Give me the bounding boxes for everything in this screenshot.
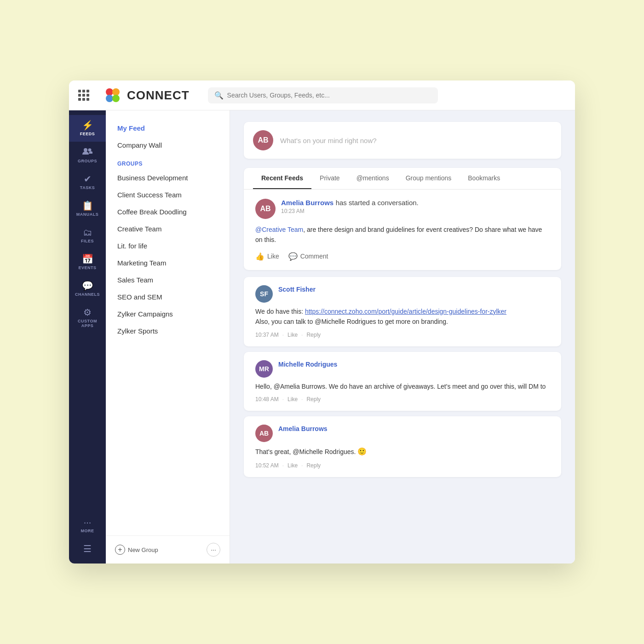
events-label: EVENTS <box>78 265 96 270</box>
tab-group-mentions[interactable]: Group mentions <box>397 168 460 189</box>
tasks-icon: ✔ <box>84 174 92 184</box>
post-card: AB Amelia Burrows has started a conversa… <box>244 190 561 270</box>
group-seo-and-sem[interactable]: SEO and SEM <box>106 288 230 305</box>
post-author[interactable]: Amelia Burrows <box>281 199 334 207</box>
search-input[interactable] <box>227 92 431 99</box>
post-input-area: AB What's on your mind right now? <box>244 122 561 159</box>
scott-time: 10:37 AM <box>255 332 279 338</box>
tab-mentions[interactable]: @mentions <box>348 168 397 189</box>
scott-like[interactable]: Like <box>288 332 298 338</box>
groups-label: GROUPS <box>78 159 97 163</box>
sidebar-item-tasks[interactable]: ✔ TASKS <box>69 169 106 196</box>
comment-icon: 💬 <box>288 252 298 261</box>
sidebar-item-custom-apps[interactable]: ⚙ CUSTOM APPS <box>69 302 106 334</box>
feeds-panel-footer: + New Group ··· <box>106 535 230 564</box>
more-label: MORE <box>81 529 94 533</box>
current-user-avatar: AB <box>253 130 273 150</box>
comment-scott: SF Scott Fisher We do have this: https:/… <box>244 277 561 346</box>
logo-icon <box>103 86 122 105</box>
tab-private[interactable]: Private <box>311 168 348 189</box>
like-button[interactable]: 👍 Like <box>255 252 279 261</box>
group-creative-team[interactable]: Creative Team <box>106 220 230 237</box>
post-mention[interactable]: @Creative Team <box>255 226 303 233</box>
panel-more-button[interactable]: ··· <box>207 543 220 557</box>
header: CONNECT 🔍 <box>69 80 575 110</box>
michelle-body: Hello, @Amelia Burrows. We do have an ar… <box>255 381 550 391</box>
sidebar-item-channels[interactable]: 💬 CHANNELS <box>69 276 106 302</box>
scott-author[interactable]: Scott Fisher <box>278 286 316 293</box>
tasks-label: TASKS <box>80 185 95 190</box>
sidebar-item-manuals[interactable]: 📋 MANUALS <box>69 196 106 222</box>
sidebar-item-feeds[interactable]: ⚡ FEEDS <box>69 115 106 142</box>
svg-point-2 <box>106 95 113 102</box>
like-icon: 👍 <box>255 252 264 261</box>
tabs-area: Recent Feeds Private @mentions Group men… <box>244 168 561 190</box>
amelia-author[interactable]: Amelia Burrows <box>278 425 328 432</box>
groups-icon <box>82 147 92 157</box>
logo-text: CONNECT <box>127 88 190 103</box>
sidebar-item-files[interactable]: 🗂 FILES <box>69 222 106 249</box>
amelia-mention[interactable]: @Michelle Rodrigues <box>293 448 354 455</box>
group-zylker-sports[interactable]: Zylker Sports <box>106 322 230 339</box>
my-feed-item[interactable]: My Feed <box>106 120 230 137</box>
tab-bookmarks[interactable]: Bookmarks <box>460 168 508 189</box>
group-lit-for-life[interactable]: Lit. for life <box>106 237 230 254</box>
comment-label: Comment <box>300 253 328 260</box>
post-body: @Creative Team, are there design and bra… <box>255 224 550 245</box>
scott-footer: 10:37 AM · Like · Reply <box>255 332 550 338</box>
post-meta: Amelia Burrows has started a conversatio… <box>281 199 550 214</box>
amelia-like[interactable]: Like <box>288 462 298 469</box>
files-icon: 🗂 <box>83 228 92 237</box>
comment-scott-header: SF Scott Fisher <box>255 285 550 303</box>
group-client-success-team[interactable]: Client Success Team <box>106 186 230 203</box>
amelia-footer: 10:52 AM · Like · Reply <box>255 462 550 469</box>
new-group-button[interactable]: + New Group <box>115 545 158 555</box>
post-author-avatar: AB <box>255 199 276 219</box>
new-group-label: New Group <box>128 546 158 553</box>
sidebar-item-more[interactable]: ··· MORE <box>69 512 106 539</box>
main-content: AB What's on your mind right now? Recent… <box>230 110 575 564</box>
grid-icon[interactable] <box>78 90 89 101</box>
svg-point-4 <box>84 148 87 152</box>
michelle-reply[interactable]: Reply <box>306 396 321 402</box>
search-icon: 🔍 <box>214 91 224 100</box>
group-marketing-team[interactable]: Marketing Team <box>106 254 230 271</box>
group-coffee-break-doodling[interactable]: Coffee Break Doodling <box>106 203 230 220</box>
company-wall-item[interactable]: Company Wall <box>106 137 230 154</box>
sidebar-item-groups[interactable]: GROUPS <box>69 142 106 169</box>
michelle-mention[interactable]: @Amelia Burrows <box>274 383 325 390</box>
group-sales-team[interactable]: Sales Team <box>106 271 230 288</box>
scott-reply[interactable]: Reply <box>306 332 321 338</box>
comment-michelle-meta: Michelle Rodrigues <box>278 360 550 378</box>
scott-link[interactable]: https://connect.zoho.com/port/guide/arti… <box>305 308 506 315</box>
comment-michelle: MR Michelle Rodrigues Hello, @Amelia Bur… <box>244 352 561 411</box>
svg-point-5 <box>88 149 92 152</box>
manuals-label: MANUALS <box>76 212 99 217</box>
svg-point-1 <box>112 88 120 96</box>
custom-apps-icon: ⚙ <box>83 308 92 317</box>
post-action: has started a conversation. <box>336 199 419 207</box>
sidebar-item-events[interactable]: 📅 EVENTS <box>69 249 106 276</box>
comment-button[interactable]: 💬 Comment <box>288 252 328 261</box>
group-zylker-campaigns[interactable]: Zylker Campaigns <box>106 305 230 322</box>
search-area[interactable]: 🔍 <box>208 87 438 104</box>
michelle-author[interactable]: Michelle Rodrigues <box>278 361 337 368</box>
logo-area: CONNECT <box>103 86 190 105</box>
amelia-reply[interactable]: Reply <box>306 462 321 469</box>
amelia-body: That's great, @Michelle Rodrigues. 🙂 <box>255 446 550 458</box>
scott-avatar: SF <box>255 285 273 303</box>
tab-recent-feeds[interactable]: Recent Feeds <box>253 168 311 189</box>
channels-icon: 💬 <box>82 281 93 290</box>
files-label: FILES <box>81 239 94 243</box>
post-placeholder[interactable]: What's on your mind right now? <box>280 137 377 144</box>
more-icon: ··· <box>84 518 92 527</box>
scott-body: We do have this: https://connect.zoho.co… <box>255 306 550 327</box>
comment-amelia-meta: Amelia Burrows <box>278 425 550 442</box>
sidebar-item-hamburger[interactable]: ☰ <box>69 539 106 559</box>
feeds-panel-content: My Feed Company Wall GROUPS Business Dev… <box>106 110 230 535</box>
scott-mention[interactable]: @Michelle Rodrigues <box>315 318 376 325</box>
michelle-like[interactable]: Like <box>288 396 298 402</box>
group-business-development[interactable]: Business Development <box>106 169 230 186</box>
post-header: AB Amelia Burrows has started a conversa… <box>255 199 550 219</box>
events-icon: 📅 <box>82 254 93 264</box>
